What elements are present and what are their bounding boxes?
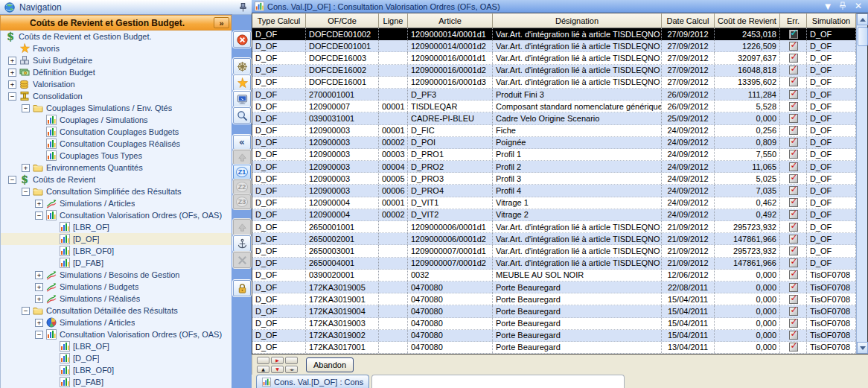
error-checkbox[interactable] [789, 30, 798, 39]
error-checkbox[interactable] [789, 174, 798, 183]
table-row-12[interactable]: D_OF12090000300004D_PRO2Profil 224/09/20… [252, 161, 856, 173]
column-header-of-cde[interactable]: OF/Cde [306, 13, 379, 28]
tree-item-environnements-quantit-s[interactable]: +Environnements Quantités [1, 162, 232, 174]
scroll-thumb[interactable] [858, 27, 868, 46]
error-checkbox[interactable] [789, 77, 798, 86]
table-row-7[interactable]: D_OF12090000700001TISDLEQARComposant sta… [252, 101, 856, 112]
zoom3-button[interactable]: Z3 [233, 194, 251, 209]
tree-item-simulations-articles[interactable]: +Simulations / Articles [1, 197, 232, 209]
vertical-scrollbar[interactable] [856, 13, 867, 354]
table-row-25[interactable]: D_OF172KA30190030470080Porte Beauregard1… [252, 318, 856, 330]
tree-expander[interactable]: + [8, 80, 16, 89]
table-row-4[interactable]: D_OFDOFCDE160021209000016/0001d2Var.Art.… [252, 65, 856, 77]
abandon-button[interactable]: Abandon [306, 357, 354, 372]
column-header-d-signation[interactable]: Désignation [493, 13, 662, 28]
close-red-button[interactable] [233, 31, 251, 48]
error-checkbox[interactable] [789, 331, 798, 340]
zoom1-button[interactable]: Z1 [233, 165, 251, 179]
chevron-down-icon[interactable]: ▼ [825, 2, 831, 10]
error-checkbox[interactable] [789, 247, 798, 255]
tree-item-couplages-simulations-env-qt-s[interactable]: −Couplages Simulations / Env. Qtés [1, 102, 232, 114]
banner-expand-button[interactable]: » [214, 17, 229, 28]
tree-item-consultation-couplages-r-alis-s[interactable]: Consultation Couplages Réalisés [1, 138, 232, 150]
column-header-co-t-de-revient[interactable]: Coût de Revient [715, 13, 780, 28]
table-row-24[interactable]: D_OF172KA30190040470080Porte Beauregard1… [252, 305, 856, 317]
table-row-11[interactable]: D_OF12090000300003D_PRO1Profil 124/09/20… [252, 149, 856, 161]
scroll-down-button[interactable] [857, 342, 868, 354]
table-row-18[interactable]: D_OF26500020011209000006/0001d2Var.Art. … [252, 233, 856, 245]
column-header-err[interactable]: Err. [780, 13, 807, 28]
error-checkbox[interactable] [789, 126, 798, 135]
table-row-14[interactable]: D_OF12090000300006D_PRO4Profil 424/09/20… [252, 185, 856, 197]
record-button-6[interactable]: ◄► [285, 366, 298, 373]
close-gray-button[interactable] [233, 252, 251, 268]
tree-item-consultation-simplifi-e-des-r-sultats[interactable]: −Consultation Simplifiée des Résultats [1, 185, 232, 197]
error-checkbox[interactable] [789, 258, 798, 267]
pin-icon[interactable] [239, 2, 247, 13]
error-checkbox[interactable] [789, 150, 798, 159]
tree-item-suivi-budg-taire[interactable]: +Suivi Budgétaire [1, 54, 232, 66]
tree-item-d-fab[interactable]: [D_FAB] [1, 257, 232, 269]
tree-item-d-finition-budget[interactable]: +Définition Budget [1, 66, 232, 78]
collapse-button[interactable]: « [233, 135, 251, 150]
table-row-21[interactable]: D_OF03900200010032MEUBLE AU SOL NOIR12/0… [252, 270, 856, 282]
record-button-2[interactable]: ▶ [271, 357, 284, 364]
table-row-6[interactable]: D_OF2700001001D_PF3Produit Fini 326/09/2… [252, 89, 856, 101]
table-row-5[interactable]: D_OFDOFCDE160011209000016/0001d3Var.Art.… [252, 77, 856, 89]
table-row-17[interactable]: D_OF26500010011209000006/0001d1Var.Art. … [252, 221, 856, 233]
table-row-8[interactable]: D_OF0390031001CADRE-PI-BLEUCadre Velo Or… [252, 112, 856, 124]
error-checkbox[interactable] [789, 186, 798, 195]
tree-item-lbr-of[interactable]: [LBR_OF] [1, 340, 232, 352]
tree-expander[interactable]: − [22, 104, 30, 112]
tree-item-lbr-of0[interactable]: [LBR_OF0] [1, 364, 232, 376]
table-row-10[interactable]: D_OF12090000300002D_POIPoignée24/09/2012… [252, 137, 856, 149]
error-checkbox[interactable] [789, 42, 798, 51]
column-header-article[interactable]: Article [408, 13, 493, 28]
error-checkbox[interactable] [789, 319, 798, 328]
error-checkbox[interactable] [789, 270, 798, 279]
error-checkbox[interactable] [789, 223, 798, 232]
lock-button[interactable] [233, 280, 251, 296]
error-checkbox[interactable] [789, 114, 798, 123]
tree-expander[interactable]: + [35, 295, 43, 303]
tree-expander[interactable]: + [35, 200, 43, 208]
error-checkbox[interactable] [789, 343, 798, 352]
error-checkbox[interactable] [789, 295, 798, 304]
tree-expander[interactable]: + [35, 319, 43, 327]
error-checkbox[interactable] [789, 54, 798, 63]
move-up-button-2[interactable] [233, 219, 251, 235]
tree-expander[interactable]: − [22, 188, 30, 196]
tree-expander[interactable]: − [8, 176, 16, 184]
table-row-16[interactable]: D_OF12090000400002D_VIT2Vitrage 224/09/2… [252, 209, 856, 221]
tree-item-co-ts-de-revient-et-gestion-budget[interactable]: $Coûts de Revient et Gestion Budget. [1, 31, 232, 42]
error-checkbox[interactable] [789, 138, 798, 147]
tree-item-consultation-d-taill-e-des-r-sultats[interactable]: −Consultation Détaillée des Résultats [1, 305, 232, 317]
tree-expander[interactable]: − [8, 92, 16, 101]
tree-expander[interactable]: + [22, 164, 30, 172]
table-row-26[interactable]: D_OF172KA30190020470080Porte Beauregard1… [252, 330, 856, 342]
tree-item-favoris[interactable]: Favoris [1, 42, 232, 54]
tree-item-simulations-r-alis-s[interactable]: +Simulations / Réalisés [1, 293, 232, 305]
error-checkbox[interactable] [789, 198, 798, 207]
table-row-23[interactable]: D_OF172KA30190010470080Porte Beauregard1… [252, 293, 856, 305]
error-checkbox[interactable] [789, 235, 798, 244]
table-row-19[interactable]: D_OF26500030011209000007/0001d1Var.Art. … [252, 245, 856, 257]
record-button-4[interactable]: ▲ [257, 366, 269, 373]
tab-cons-val-d-of-cons[interactable]: Cons. Val.[D_OF] : Cons [256, 375, 369, 388]
table-row-3[interactable]: D_OFDOFCDE160031209000016/0001d1Var.Art.… [252, 52, 856, 64]
tree-item-consolidation[interactable]: −Consolidation [1, 90, 232, 102]
error-checkbox[interactable] [789, 90, 798, 99]
tree-item-d-of[interactable]: [D_OF] [1, 233, 232, 245]
error-checkbox[interactable] [789, 66, 798, 74]
tree-expander[interactable]: + [35, 271, 43, 279]
error-checkbox[interactable] [789, 283, 798, 292]
error-checkbox[interactable] [789, 307, 798, 316]
tree-expander[interactable]: − [35, 212, 43, 220]
tree-item-d-fab[interactable]: [D_FAB] [1, 376, 232, 388]
tree-item-couplages-tous-types[interactable]: Couplages Tous Types [1, 150, 232, 162]
scroll-up-button[interactable] [857, 13, 868, 25]
wheel-button[interactable] [233, 58, 251, 74]
table-row-1[interactable]: D_OFDOFCDE0010021209000014/0001d1Var.Art… [252, 28, 856, 40]
tree-expander[interactable]: − [35, 331, 43, 339]
tree-item-consultation-valorisation-ordres-ofs-oas[interactable]: −Consultation Valorisation Ordres (OFs, … [1, 209, 232, 221]
